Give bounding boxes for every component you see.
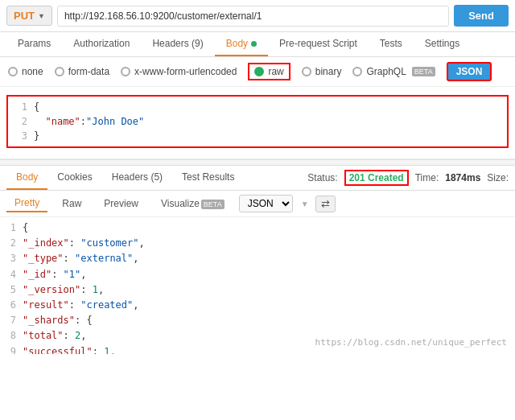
radio-none[interactable]: none <box>8 66 43 77</box>
table-row: 1{ <box>0 220 515 236</box>
line-number: 5 <box>0 282 23 298</box>
radio-circle-graphql <box>352 67 362 76</box>
tab-tests[interactable]: Tests <box>369 32 414 56</box>
tab-body[interactable]: Body <box>215 32 268 56</box>
url-input[interactable] <box>57 6 449 27</box>
status-badge: 201 Created <box>344 170 409 186</box>
radio-circle-urlencoded <box>121 67 130 76</box>
json-format-select[interactable]: JSON <box>239 195 293 212</box>
radio-form-data[interactable]: form-data <box>55 66 109 77</box>
time-value: 1874ms <box>445 172 480 183</box>
request-body-editor[interactable]: 1 2 3 { "name":"John Doe" } <box>6 95 509 148</box>
tab-pre-request[interactable]: Pre-request Script <box>268 32 369 56</box>
radio-circle-form-data <box>55 67 64 76</box>
table-row: 6 "result": "created", <box>0 298 515 313</box>
code-segment: "_version": 1, <box>23 282 515 298</box>
format-preview-button[interactable]: Preview <box>96 196 146 212</box>
format-pretty-button[interactable]: Pretty <box>6 195 47 212</box>
request-tabs: Params Authorization Headers (9) Body Pr… <box>0 32 515 57</box>
size-label: Size: <box>487 172 509 183</box>
chevron-down-icon: ▼ <box>38 12 45 20</box>
json-format-button[interactable]: JSON <box>447 62 492 81</box>
radio-raw[interactable]: raw <box>248 63 290 80</box>
line-number: 4 <box>0 267 23 282</box>
code-segment: "result": "created", <box>23 298 515 313</box>
table-row: 5 "_version": 1, <box>0 282 515 298</box>
table-row: 3 "_type": "external", <box>0 251 515 266</box>
method-label: PUT <box>14 10 35 22</box>
send-button[interactable]: Send <box>454 5 509 27</box>
top-bar: PUT ▼ Send <box>0 0 515 32</box>
response-tab-headers[interactable]: Headers (5) <box>102 166 172 190</box>
dropdown-arrow-icon: ▼ <box>301 200 309 208</box>
radio-urlencoded[interactable]: x-www-form-urlencoded <box>121 66 237 77</box>
time-label: Time: <box>415 172 439 183</box>
response-tab-cookies[interactable]: Cookies <box>47 166 101 190</box>
table-row: 7 "_shards": { <box>0 313 515 328</box>
response-tab-test-results[interactable]: Test Results <box>172 166 244 190</box>
line-number: 6 <box>0 298 23 313</box>
line-number: 3 <box>0 251 23 266</box>
radio-circle-raw <box>254 67 264 76</box>
line-number: 9 <box>0 344 23 355</box>
code-segment: "_shards": { <box>23 313 515 328</box>
editor-area: 1 2 3 { "name":"John Doe" } <box>0 87 515 159</box>
method-select[interactable]: PUT ▼ <box>6 6 52 26</box>
wrap-lines-button[interactable]: ⇄ <box>315 196 336 212</box>
format-row: Pretty Raw Preview VisualizeBETA JSON ▼ … <box>0 191 515 217</box>
response-lines: 1{2 "_index": "customer",3 "_type": "ext… <box>0 220 515 354</box>
tab-params[interactable]: Params <box>6 32 62 56</box>
code-segment: "_index": "customer", <box>23 236 515 251</box>
code-content[interactable]: { "name":"John Doe" } <box>34 100 144 143</box>
graphql-beta-badge: BETA <box>412 67 435 76</box>
line-numbers: 1 2 3 <box>11 100 34 143</box>
status-label: Status: <box>307 172 337 183</box>
response-tab-body[interactable]: Body <box>6 166 47 190</box>
status-area: Status: 201 Created Time: 1874ms Size: <box>307 170 509 186</box>
tab-headers[interactable]: Headers (9) <box>141 32 214 56</box>
radio-graphql[interactable]: GraphQL BETA <box>352 66 435 77</box>
line-number: 2 <box>0 236 23 251</box>
radio-circle-binary <box>302 67 311 76</box>
visualize-beta-badge: BETA <box>201 200 225 209</box>
tab-authorization[interactable]: Authorization <box>62 32 141 56</box>
table-row: 2 "_index": "customer", <box>0 236 515 251</box>
radio-circle-none <box>8 67 18 76</box>
line-number: 7 <box>0 313 23 328</box>
code-segment: "_id": "1", <box>23 267 515 282</box>
response-tabs: Body Cookies Headers (5) Test Results St… <box>0 166 515 191</box>
body-type-row: none form-data x-www-form-urlencoded raw… <box>0 57 515 87</box>
body-dot-icon <box>251 41 257 47</box>
radio-binary[interactable]: binary <box>302 66 342 77</box>
format-visualize-button[interactable]: VisualizeBETA <box>153 196 233 212</box>
code-segment: "_type": "external", <box>23 251 515 266</box>
response-body: 1{2 "_index": "customer",3 "_type": "ext… <box>0 217 515 354</box>
tab-settings[interactable]: Settings <box>414 32 471 56</box>
line-number: 1 <box>0 220 23 236</box>
format-raw-button[interactable]: Raw <box>54 196 89 212</box>
code-segment: { <box>23 220 515 236</box>
section-divider <box>0 159 515 166</box>
line-number: 8 <box>0 328 23 344</box>
table-row: 4 "_id": "1", <box>0 267 515 282</box>
watermark: https://blog.csdn.net/unique_perfect <box>315 337 507 348</box>
